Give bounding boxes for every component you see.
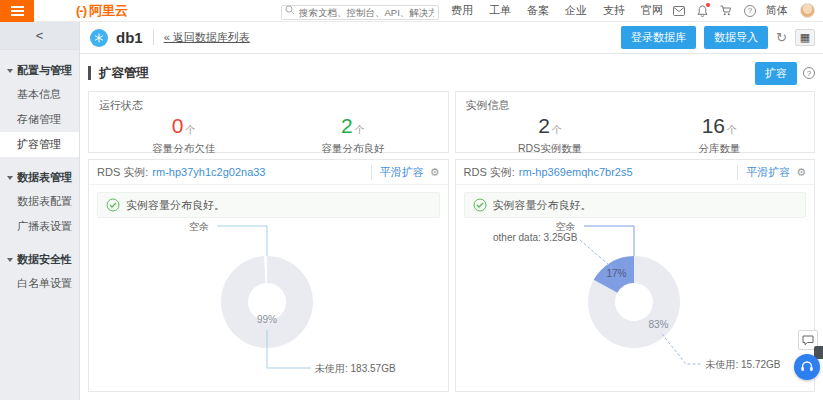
section-title: 扩容管理: [88, 66, 149, 80]
sidebar-group-config: 配置与管理 基本信息 存储管理 扩容管理: [0, 59, 79, 157]
capacity-status-text: 实例容量分布良好。: [493, 198, 592, 213]
chart-label-free: 空余: [189, 220, 209, 234]
stat-unit: 个: [552, 124, 562, 135]
capacity-status-banner: 实例容量分布良好。: [464, 192, 807, 218]
chart-percent-label: 17%: [602, 268, 632, 279]
rds-instance-id-link[interactable]: rm-hp37yh1c2g02na33: [152, 166, 265, 178]
assistant-button[interactable]: [794, 354, 820, 380]
help-icon[interactable]: ?: [803, 67, 815, 79]
global-topbar: (-) 阿里云 费用 工单 备案 企业 支持 官网 ?: [0, 0, 823, 22]
stat-value: 2: [341, 114, 353, 137]
sidebar-item-broadcast-tables[interactable]: 广播表设置: [0, 214, 79, 239]
search-input[interactable]: [281, 5, 439, 20]
gear-icon[interactable]: ⚙: [796, 167, 806, 178]
section-header: 扩容管理 扩容 ?: [88, 60, 815, 86]
sidebar-group-label: 数据表管理: [17, 170, 72, 185]
topbar-icons: ?: [673, 5, 756, 17]
menu-item-enterprise[interactable]: 企业: [565, 3, 587, 18]
message-icon[interactable]: [673, 6, 685, 16]
database-icon: [90, 29, 108, 47]
sidebar-group-header[interactable]: 数据表管理: [0, 166, 79, 189]
menu-item-tickets[interactable]: 工单: [489, 3, 511, 18]
refresh-icon[interactable]: ↻: [776, 31, 787, 44]
capacity-donut-chart: 空余 99% 未使用: 183.57GB: [89, 218, 448, 391]
hamburger-menu-button[interactable]: [0, 0, 34, 22]
content-area: 扩容管理 扩容 ? 运行状态 0个 容量分布欠佳: [80, 54, 823, 400]
menu-item-billing[interactable]: 费用: [451, 3, 473, 18]
alicloud-logo-mark-icon: (-): [76, 3, 86, 18]
rds-card-header: RDS 实例: rm-hp37yh1c2g02na33 平滑扩容 ⚙: [89, 160, 448, 185]
rds-instance-card: RDS 实例: rm-hp369emqhc7br2s5 平滑扩容 ⚙ 实例容量分…: [455, 159, 816, 392]
stat-capacity-poor: 0个 容量分布欠佳: [99, 115, 268, 156]
running-status-card: 运行状态 0个 容量分布欠佳 2个 容量分布良好: [88, 91, 449, 153]
sidebar-item-storage-mgmt[interactable]: 存储管理: [0, 107, 79, 132]
stat-value: 0: [172, 114, 184, 137]
search-icon: [285, 5, 295, 15]
menu-item-support[interactable]: 支持: [603, 3, 625, 18]
user-avatar[interactable]: [800, 3, 815, 18]
stat-shard-count: 16个 分库数量: [635, 115, 804, 156]
card-title: 实例信息: [466, 98, 805, 113]
stat-unit: 个: [727, 124, 737, 135]
login-database-button[interactable]: 登录数据库: [621, 26, 696, 49]
caret-down-icon: [7, 176, 13, 180]
smooth-scale-link[interactable]: 平滑扩容: [746, 165, 790, 180]
card-title: 运行状态: [99, 98, 438, 113]
rds-cards-row: RDS 实例: rm-hp37yh1c2g02na33 平滑扩容 ⚙ 实例容量分…: [88, 159, 815, 392]
stat-unit: 个: [185, 124, 195, 135]
stat-label: 容量分布欠佳: [99, 142, 268, 156]
stat-label: RDS实例数量: [466, 142, 635, 156]
scale-out-button[interactable]: 扩容: [755, 62, 797, 85]
page-header: db1 « 返回数据库列表 登录数据库 数据导入 ↻ ▦: [80, 22, 823, 54]
sidebar-item-basic-info[interactable]: 基本信息: [0, 82, 79, 107]
console-screen: (-) 阿里云 费用 工单 备案 企业 支持 官网 ?: [0, 0, 823, 400]
sidebar-group-label: 数据安全性: [17, 252, 72, 267]
rds-card-header: RDS 实例: rm-hp369emqhc7br2s5 平滑扩容 ⚙: [456, 160, 815, 185]
rds-instance-label: RDS 实例:: [464, 165, 515, 180]
summary-stats-row: 运行状态 0个 容量分布欠佳 2个 容量分布良好: [88, 91, 815, 153]
menu-item-icp[interactable]: 备案: [527, 3, 549, 18]
global-search: [281, 2, 439, 20]
headset-icon: [800, 360, 814, 374]
help-icon[interactable]: ?: [744, 5, 756, 17]
main-column: db1 « 返回数据库列表 登录数据库 数据导入 ↻ ▦ 扩容管理 扩容 ?: [80, 22, 823, 400]
stat-label: 分库数量: [635, 142, 804, 156]
sidebar-group-security: 数据安全性 白名单设置: [0, 248, 79, 296]
chart-callout-unused: 未使用: 15.72GB: [706, 358, 781, 372]
topbar-menu: 费用 工单 备案 企业 支持 官网: [451, 3, 663, 18]
capacity-status-text: 实例容量分布良好。: [126, 198, 225, 213]
gear-icon[interactable]: ⚙: [430, 167, 440, 178]
sidebar-item-table-config[interactable]: 数据表配置: [0, 189, 79, 214]
capacity-status-banner: 实例容量分布良好。: [97, 192, 440, 218]
grid-view-icon[interactable]: ▦: [795, 29, 815, 46]
menu-item-website[interactable]: 官网: [641, 3, 663, 18]
stat-unit: 个: [355, 124, 365, 135]
cart-icon[interactable]: [720, 5, 732, 16]
sidebar-group-tables: 数据表管理 数据表配置 广播表设置: [0, 166, 79, 239]
sidebar-collapse-button[interactable]: <: [0, 22, 79, 50]
sidebar-nav: < 配置与管理 基本信息 存储管理 扩容管理 数据表管理 数据表配置 广播表设置…: [0, 22, 80, 400]
smooth-scale-link[interactable]: 平滑扩容: [380, 165, 424, 180]
stat-value: 16: [702, 114, 725, 137]
notification-bell-icon[interactable]: [697, 5, 708, 17]
chart-percent-label: 99%: [249, 314, 285, 325]
sidebar-item-scale-mgmt[interactable]: 扩容管理: [0, 132, 79, 157]
language-switcher[interactable]: 简体: [766, 3, 788, 18]
capacity-donut-chart: 空余 other data: 3.25GB 17% 83% 未使用: 15.72…: [456, 218, 815, 391]
rds-instance-id-link[interactable]: rm-hp369emqhc7br2s5: [519, 166, 633, 178]
sidebar-group-header[interactable]: 数据安全性: [0, 248, 79, 271]
alicloud-logo[interactable]: (-) 阿里云: [76, 2, 128, 20]
chart-callout-other-data: other data: 3.25GB: [466, 232, 578, 243]
sidebar-group-label: 配置与管理: [17, 63, 72, 78]
page-title: db1: [116, 29, 143, 46]
check-circle-icon: [106, 198, 120, 212]
stat-rds-count: 2个 RDS实例数量: [466, 115, 635, 156]
back-to-db-list-link[interactable]: « 返回数据库列表: [153, 30, 250, 45]
data-import-button[interactable]: 数据导入: [704, 26, 768, 49]
sidebar-item-whitelist[interactable]: 白名单设置: [0, 271, 79, 296]
sidebar-group-header[interactable]: 配置与管理: [0, 59, 79, 82]
chart-percent-label: 83%: [642, 319, 676, 330]
alicloud-logo-text: 阿里云: [89, 2, 128, 20]
stat-label: 容量分布良好: [268, 142, 437, 156]
chart-callout-unused: 未使用: 183.57GB: [315, 362, 396, 376]
